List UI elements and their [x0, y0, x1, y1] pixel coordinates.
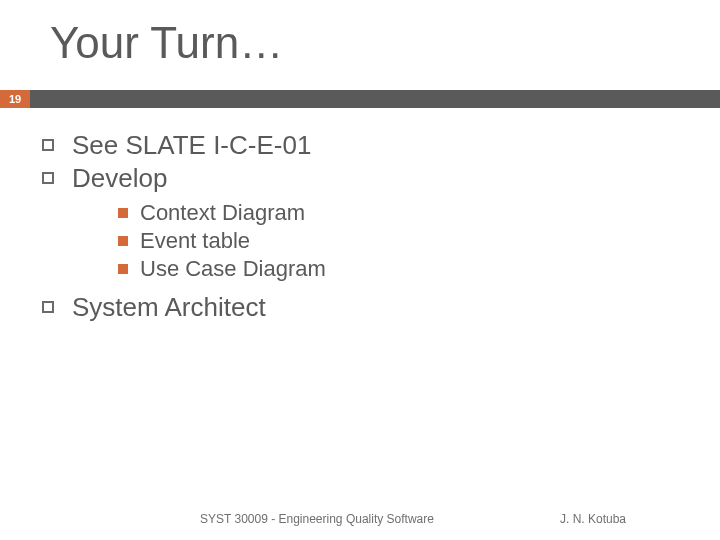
bullet-text: System Architect: [72, 292, 266, 323]
square-outline-icon: [42, 139, 54, 151]
page-number-badge: 19: [0, 90, 30, 108]
bullet-text: Develop: [72, 163, 167, 194]
sub-bullets: Context Diagram Event table Use Case Dia…: [118, 200, 326, 282]
square-fill-icon: [118, 264, 128, 274]
footer-course: SYST 30009 - Engineering Quality Softwar…: [200, 512, 434, 526]
content-area: See SLATE I-C-E-01 Develop Context Diagr…: [42, 130, 326, 325]
square-outline-icon: [42, 172, 54, 184]
bullet-level1: See SLATE I-C-E-01: [42, 130, 326, 161]
bullet-level2: Context Diagram: [118, 200, 326, 226]
bullet-level2: Use Case Diagram: [118, 256, 326, 282]
slide: Your Turn… 19 See SLATE I-C-E-01 Develop…: [0, 0, 720, 540]
bullet-level2: Event table: [118, 228, 326, 254]
bullet-level1: Develop: [42, 163, 326, 194]
square-fill-icon: [118, 208, 128, 218]
square-outline-icon: [42, 301, 54, 313]
bullet-text: Event table: [140, 228, 250, 254]
bullet-level1: System Architect: [42, 292, 326, 323]
bullet-text: Context Diagram: [140, 200, 305, 226]
square-fill-icon: [118, 236, 128, 246]
footer-author: J. N. Kotuba: [560, 512, 626, 526]
bullet-text: See SLATE I-C-E-01: [72, 130, 311, 161]
slide-title: Your Turn…: [50, 18, 283, 68]
bullet-text: Use Case Diagram: [140, 256, 326, 282]
accent-bar: [0, 90, 720, 108]
